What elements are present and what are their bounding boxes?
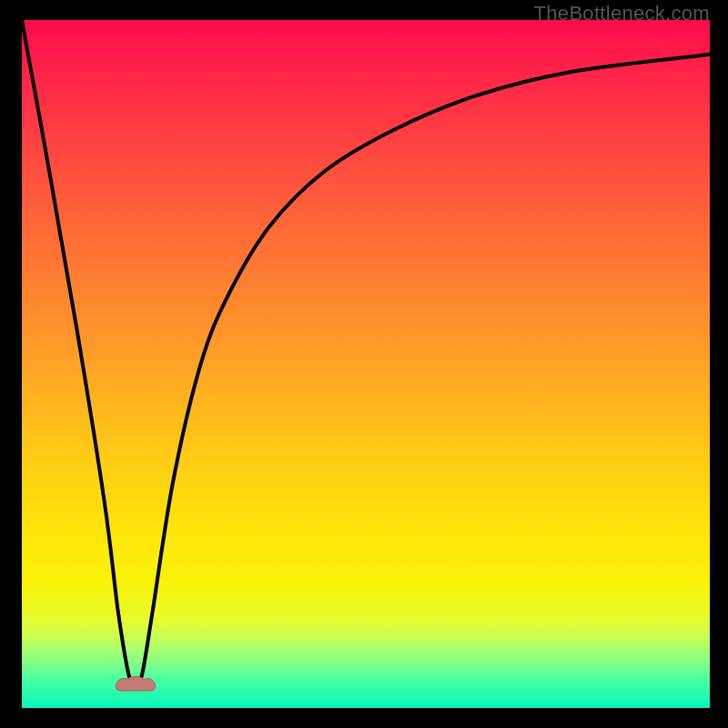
watermark-text: TheBottleneck.com [534,2,710,25]
bottleneck-curve [22,20,710,708]
plot-area [22,20,710,708]
chart-frame: TheBottleneck.com [0,0,728,728]
